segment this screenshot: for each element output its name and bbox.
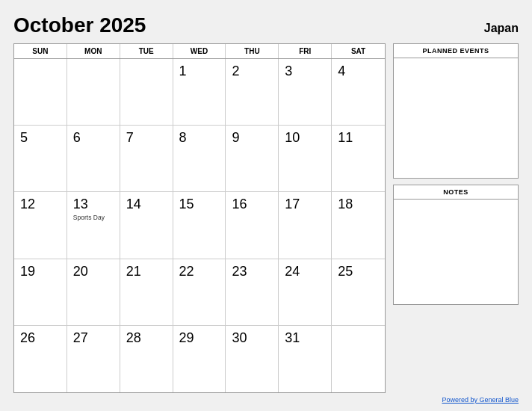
day-number: 4: [338, 64, 379, 79]
day-number: 21: [126, 264, 167, 279]
day-number: 18: [338, 197, 379, 212]
day-number: 26: [20, 330, 61, 346]
calendar-cell: 2: [226, 59, 279, 126]
calendar-cell: 15: [173, 192, 226, 259]
day-number: 10: [285, 130, 325, 146]
calendar: SUNMONTUEWEDTHUFRISAT 12345678910111213S…: [13, 43, 386, 393]
day-number: 25: [338, 264, 379, 279]
day-number: 1: [179, 64, 220, 79]
day-header-tue: TUE: [120, 44, 173, 58]
calendar-cell: 8: [173, 126, 226, 192]
day-header-thu: THU: [226, 44, 279, 58]
day-number: 31: [285, 330, 325, 346]
day-number: 23: [232, 264, 272, 279]
calendar-cell: 1: [173, 59, 226, 126]
calendar-cell: 31: [279, 326, 332, 392]
day-number: 5: [20, 130, 61, 146]
header: October 2025 Japan: [13, 13, 519, 37]
event-label: Sports Day: [73, 214, 114, 221]
calendar-cell: [332, 326, 385, 392]
planned-events-box: PLANNED EVENTS: [393, 43, 519, 179]
calendar-cell: 4: [332, 59, 385, 126]
calendar-cell: 20: [67, 259, 120, 326]
day-number: 7: [126, 130, 167, 146]
calendar-grid: 12345678910111213Sports Day1415161718192…: [14, 59, 385, 392]
day-number: 2: [232, 64, 272, 79]
calendar-cell: 28: [120, 326, 173, 392]
day-header-mon: MON: [67, 44, 120, 58]
page: October 2025 Japan SUNMONTUEWEDTHUFRISAT…: [0, 0, 532, 411]
notes-content: [394, 200, 518, 304]
page-title: October 2025: [13, 13, 146, 37]
day-number: 30: [232, 330, 272, 346]
day-number: 24: [285, 264, 325, 279]
calendar-cell: [120, 59, 173, 126]
footer-link[interactable]: Powered by General Blue: [442, 396, 519, 404]
planned-events-title: PLANNED EVENTS: [394, 44, 518, 58]
calendar-cell: 3: [279, 59, 332, 126]
calendar-cell: 22: [173, 259, 226, 326]
calendar-cell: 23: [226, 259, 279, 326]
calendar-cell: [14, 59, 67, 126]
day-number: 17: [285, 197, 325, 212]
day-number: 27: [73, 330, 114, 346]
day-headers: SUNMONTUEWEDTHUFRISAT: [14, 44, 385, 59]
planned-events-content: [394, 58, 518, 178]
footer: Powered by General Blue: [13, 396, 519, 404]
day-number: 11: [338, 130, 379, 146]
day-header-fri: FRI: [279, 44, 332, 58]
day-number: 3: [285, 64, 325, 79]
day-number: 13: [73, 197, 114, 212]
day-number: 28: [126, 330, 167, 346]
calendar-cell: 14: [120, 192, 173, 259]
calendar-cell: 11: [332, 126, 385, 192]
day-header-sat: SAT: [332, 44, 385, 58]
day-number: 6: [73, 130, 114, 146]
day-header-wed: WED: [173, 44, 226, 58]
calendar-cell: [67, 59, 120, 126]
calendar-cell: 13Sports Day: [67, 192, 120, 259]
day-number: 9: [232, 130, 272, 146]
calendar-cell: 16: [226, 192, 279, 259]
day-number: 8: [179, 130, 220, 146]
calendar-cell: 18: [332, 192, 385, 259]
calendar-cell: 5: [14, 126, 67, 192]
day-number: 29: [179, 330, 220, 346]
calendar-cell: 17: [279, 192, 332, 259]
calendar-cell: 24: [279, 259, 332, 326]
day-number: 15: [179, 197, 220, 212]
notes-box: NOTES: [393, 185, 519, 305]
calendar-cell: 12: [14, 192, 67, 259]
calendar-cell: 7: [120, 126, 173, 192]
main-area: SUNMONTUEWEDTHUFRISAT 12345678910111213S…: [13, 43, 519, 393]
day-header-sun: SUN: [14, 44, 67, 58]
calendar-cell: 19: [14, 259, 67, 326]
calendar-cell: 27: [67, 326, 120, 392]
sidebar: PLANNED EVENTS NOTES: [393, 43, 519, 393]
calendar-cell: 26: [14, 326, 67, 392]
day-number: 12: [20, 197, 61, 212]
day-number: 14: [126, 197, 167, 212]
day-number: 19: [20, 264, 61, 279]
calendar-cell: 10: [279, 126, 332, 192]
calendar-cell: 30: [226, 326, 279, 392]
day-number: 16: [232, 197, 272, 212]
day-number: 22: [179, 264, 220, 279]
calendar-cell: 25: [332, 259, 385, 326]
country-label: Japan: [484, 22, 519, 35]
calendar-cell: 21: [120, 259, 173, 326]
calendar-cell: 9: [226, 126, 279, 192]
calendar-cell: 29: [173, 326, 226, 392]
calendar-cell: 6: [67, 126, 120, 192]
notes-title: NOTES: [394, 185, 518, 200]
day-number: 20: [73, 264, 114, 279]
